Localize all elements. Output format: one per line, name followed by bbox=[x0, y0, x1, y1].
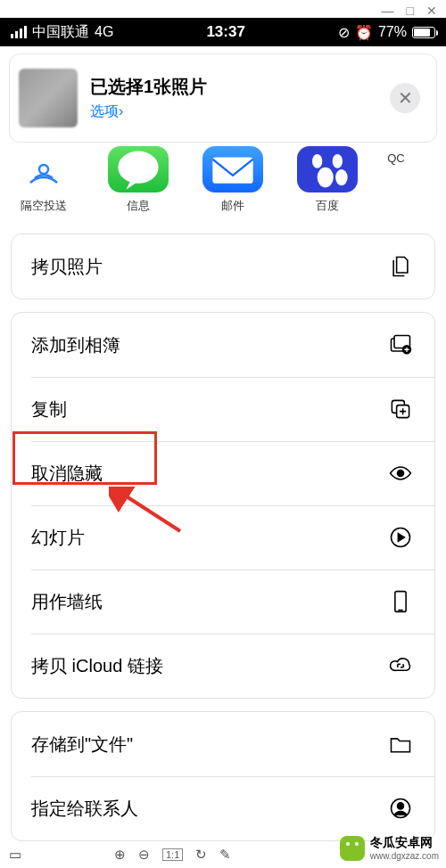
svg-point-4 bbox=[333, 154, 343, 168]
watermark-name: 冬瓜安卓网 bbox=[370, 835, 433, 849]
actions-list: 拷贝照片 添加到相簿 复制 取消隐藏 幻灯片 用作墙纸 拷贝 iCloud 链接 bbox=[11, 233, 435, 854]
watermark-logo bbox=[340, 836, 365, 861]
close-icon[interactable]: ✕ bbox=[390, 83, 420, 113]
action-save-files[interactable]: 存储到"文件" bbox=[12, 712, 434, 776]
action-label: 指定给联系人 bbox=[31, 797, 138, 821]
svg-point-3 bbox=[312, 154, 322, 168]
watermark-url: www.dgxzaz.com bbox=[370, 851, 439, 861]
edit-icon[interactable]: ✎ bbox=[219, 847, 231, 863]
airdrop-icon bbox=[13, 146, 74, 192]
battery-icon bbox=[412, 27, 435, 38]
action-copy-photo[interactable]: 拷贝照片 bbox=[12, 234, 434, 299]
action-duplicate[interactable]: 复制 bbox=[12, 377, 434, 441]
clock: 13:37 bbox=[206, 23, 244, 41]
svg-point-6 bbox=[335, 169, 348, 185]
share-messages[interactable]: 信息 bbox=[103, 146, 173, 225]
battery-percent: 77% bbox=[378, 24, 407, 40]
folder-icon bbox=[386, 732, 415, 757]
svg-rect-2 bbox=[212, 157, 252, 183]
zoom-out-icon[interactable]: ⊖ bbox=[138, 847, 150, 863]
zoom-in-icon[interactable]: ⊕ bbox=[114, 847, 126, 863]
viewer-toolbar: ▭ ⊕ ⊖ 1:1 ↻ ✎ bbox=[9, 847, 231, 863]
mail-icon bbox=[202, 146, 263, 192]
person-circle-icon bbox=[386, 796, 415, 821]
duplicate-icon bbox=[386, 397, 415, 422]
action-label: 拷贝照片 bbox=[31, 255, 103, 279]
maximize-icon[interactable]: □ bbox=[407, 4, 414, 18]
rotate-icon[interactable]: ↻ bbox=[195, 847, 207, 863]
page-indicator: 1:1 bbox=[162, 848, 183, 861]
action-label: 用作墙纸 bbox=[31, 590, 103, 614]
baidu-icon bbox=[297, 146, 358, 192]
action-label: 取消隐藏 bbox=[31, 462, 103, 486]
action-label: 存储到"文件" bbox=[31, 733, 133, 757]
close-window-icon[interactable]: ✕ bbox=[426, 4, 437, 18]
svg-point-17 bbox=[398, 803, 404, 809]
action-unhide[interactable]: 取消隐藏 bbox=[12, 441, 434, 505]
photo-thumbnail[interactable] bbox=[19, 69, 78, 127]
options-link[interactable]: 选项› bbox=[90, 102, 390, 121]
play-circle-icon bbox=[386, 525, 415, 550]
action-slideshow[interactable]: 幻灯片 bbox=[12, 505, 434, 569]
action-group-2: 添加到相簿 复制 取消隐藏 幻灯片 用作墙纸 拷贝 iCloud 链接 bbox=[11, 312, 435, 699]
status-bar: 中国联通 4G 13:37 ⊘ ⏰ 77% bbox=[0, 18, 446, 46]
action-group-3: 存储到"文件" 指定给联系人 bbox=[11, 711, 435, 841]
watermark: 冬瓜安卓网 www.dgxzaz.com bbox=[340, 835, 439, 861]
share-label: 隔空投送 bbox=[21, 198, 67, 214]
svg-point-5 bbox=[318, 168, 334, 188]
messages-icon bbox=[108, 146, 169, 192]
signal-icon bbox=[11, 26, 27, 38]
share-airdrop[interactable]: 隔空投送 bbox=[9, 146, 78, 225]
svg-rect-14 bbox=[395, 592, 406, 612]
share-label: 百度 bbox=[316, 198, 339, 214]
share-apps-row: 隔空投送 信息 邮件 百度 QC bbox=[0, 146, 446, 225]
action-add-to-album[interactable]: 添加到相簿 bbox=[12, 313, 434, 377]
carrier-label: 中国联通 bbox=[32, 23, 89, 42]
sheet-title: 已选择1张照片 bbox=[90, 75, 390, 99]
svg-point-12 bbox=[398, 471, 404, 477]
svg-point-0 bbox=[39, 165, 48, 174]
orientation-lock-icon: ⊘ bbox=[338, 24, 350, 41]
action-assign-contact[interactable]: 指定给联系人 bbox=[12, 776, 434, 840]
share-label: QC bbox=[387, 151, 405, 165]
action-group-1: 拷贝照片 bbox=[11, 233, 435, 299]
eye-icon bbox=[386, 461, 415, 486]
action-label: 复制 bbox=[31, 397, 67, 422]
share-label: 邮件 bbox=[221, 198, 244, 214]
network-label: 4G bbox=[95, 24, 113, 40]
share-label: 信息 bbox=[127, 198, 150, 214]
album-plus-icon bbox=[386, 332, 415, 357]
action-icloud-link[interactable]: 拷贝 iCloud 链接 bbox=[12, 634, 434, 698]
action-label: 幻灯片 bbox=[31, 526, 85, 550]
minimize-icon[interactable]: — bbox=[382, 4, 394, 18]
share-sheet-header: 已选择1张照片 选项› ✕ bbox=[9, 53, 437, 143]
action-wallpaper[interactable]: 用作墙纸 bbox=[12, 569, 434, 634]
svg-point-1 bbox=[118, 151, 158, 184]
screen-icon[interactable]: ▭ bbox=[9, 847, 21, 863]
phone-icon bbox=[386, 589, 415, 614]
action-label: 拷贝 iCloud 链接 bbox=[31, 654, 163, 678]
share-mail[interactable]: 邮件 bbox=[198, 146, 268, 225]
cloud-link-icon bbox=[386, 653, 415, 678]
share-qq[interactable]: QC bbox=[387, 146, 405, 225]
share-baidu[interactable]: 百度 bbox=[293, 146, 362, 225]
copy-pages-icon bbox=[386, 254, 415, 279]
action-label: 添加到相簿 bbox=[31, 333, 120, 357]
alarm-icon: ⏰ bbox=[355, 24, 373, 41]
